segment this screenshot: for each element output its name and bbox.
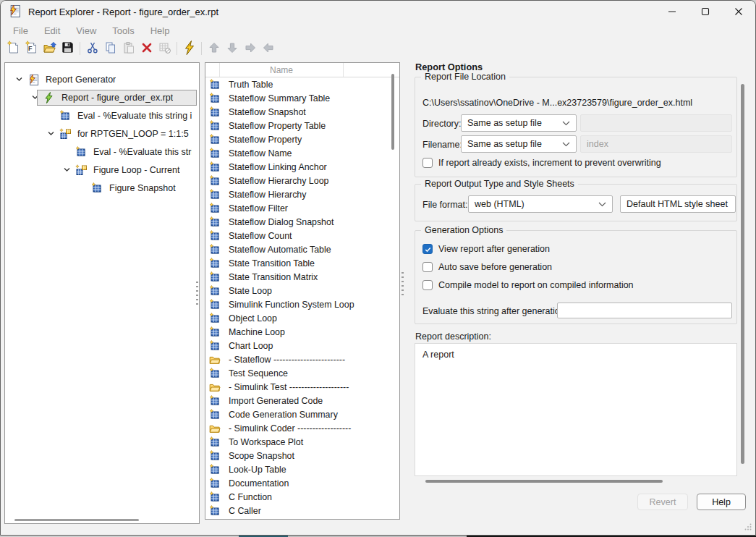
- options-vertical-scrollbar[interactable]: [741, 84, 744, 464]
- list-item[interactable]: Object Loop: [205, 311, 399, 325]
- tree-item[interactable]: Eval - %Evaluate this string in the bas: [5, 106, 199, 124]
- list-item[interactable]: Stateflow Filter: [205, 201, 399, 215]
- arrow-right-icon: [244, 41, 257, 56]
- new-form-button[interactable]: F: [22, 40, 41, 58]
- list-item[interactable]: Stateflow Property: [205, 132, 399, 146]
- list-item[interactable]: [205, 517, 399, 520]
- minimize-button[interactable]: [655, 1, 689, 22]
- generation-options-group: Generation Options View report after gen…: [415, 230, 737, 324]
- list-item[interactable]: Stateflow Dialog Snapshot: [205, 215, 399, 229]
- directory-select[interactable]: Same as setup file: [461, 114, 577, 132]
- filename-select[interactable]: Same as setup file: [461, 135, 577, 153]
- checkbox-label: Compile model to report on compiled info…: [438, 280, 634, 290]
- report-description-textarea[interactable]: A report: [415, 343, 737, 476]
- tree-item[interactable]: Figure Snapshot: [5, 179, 199, 197]
- tree-item[interactable]: Report - figure_order_ex.rpt: [5, 88, 199, 106]
- list-item[interactable]: Truth Table: [205, 77, 399, 91]
- list-item[interactable]: State Loop: [205, 284, 399, 297]
- list-item[interactable]: Machine Loop: [205, 325, 399, 339]
- list-item[interactable]: Chart Loop: [205, 339, 399, 352]
- help-button[interactable]: Help: [697, 494, 746, 510]
- list-item[interactable]: Import Generated Code: [205, 394, 399, 407]
- list-item[interactable]: - Stateflow ------------------------: [205, 352, 399, 366]
- list-item[interactable]: Stateflow Linking Anchor: [205, 160, 399, 174]
- list-item[interactable]: Test Sequence: [205, 366, 399, 380]
- generation-checkbox-row[interactable]: Auto save before generation: [422, 262, 552, 272]
- move-right-button[interactable]: [241, 40, 259, 58]
- copy-button[interactable]: [101, 40, 119, 58]
- tree-horizontal-scrollbar[interactable]: [14, 519, 139, 521]
- list-item[interactable]: Stateflow Snapshot: [205, 105, 399, 119]
- generation-checkbox-row[interactable]: View report after generation: [422, 244, 550, 254]
- style-sheet-select[interactable]: Default HTML style sheet: [620, 195, 736, 213]
- increment-checkbox[interactable]: [422, 158, 433, 168]
- list-item-label: - Simulink Test --------------------: [229, 382, 349, 392]
- list-item[interactable]: C Function: [205, 490, 399, 504]
- list-item[interactable]: Stateflow Automatic Table: [205, 242, 399, 256]
- move-up-button[interactable]: [205, 40, 223, 58]
- report-file-location-group: Report File Location C:\Users\ssatinov\O…: [415, 77, 737, 177]
- list-item[interactable]: Stateflow Name: [205, 146, 399, 160]
- menu-file[interactable]: File: [5, 25, 36, 36]
- component-icon: [209, 189, 221, 200]
- move-down-button[interactable]: [223, 40, 241, 58]
- move-left-button[interactable]: [259, 40, 277, 58]
- list-item[interactable]: Simulink Function System Loop: [205, 297, 399, 311]
- revert-button[interactable]: Revert: [637, 494, 688, 510]
- menu-help[interactable]: Help: [143, 25, 178, 36]
- tree-item[interactable]: Report Generator: [5, 70, 199, 88]
- checkbox[interactable]: [422, 262, 433, 272]
- left-splitter-handle[interactable]: [196, 282, 198, 305]
- list-item[interactable]: Stateflow Count: [205, 229, 399, 242]
- open-report-button[interactable]: [41, 40, 59, 58]
- right-splitter-handle[interactable]: [402, 272, 404, 295]
- save-report-button[interactable]: [59, 40, 77, 58]
- maximize-button[interactable]: [689, 1, 722, 22]
- list-item-label: Stateflow Hierarchy Loop: [229, 176, 328, 186]
- main-area: Report GeneratorReport - figure_order_ex…: [1, 59, 755, 535]
- list-item[interactable]: Stateflow Hierarchy: [205, 187, 399, 201]
- list-item[interactable]: C Caller: [205, 504, 399, 517]
- tree-item[interactable]: Eval - %Evaluate this string in the: [5, 143, 199, 161]
- menu-view[interactable]: View: [68, 25, 104, 36]
- list-item[interactable]: State Transition Table: [205, 256, 399, 270]
- table-disabled-button[interactable]: [156, 40, 174, 58]
- report-outline-tree: Report GeneratorReport - figure_order_ex…: [5, 63, 199, 197]
- list-item[interactable]: State Transition Matrix: [205, 270, 399, 284]
- generate-report-button[interactable]: [180, 40, 198, 58]
- resize-grip[interactable]: [744, 523, 752, 533]
- tree-item[interactable]: for RPTGEN_LOOP = 1:1:5: [5, 124, 199, 143]
- list-item[interactable]: Code Generation Summary: [205, 407, 399, 421]
- list-item[interactable]: Documentation: [205, 476, 399, 490]
- checkbox[interactable]: [422, 280, 433, 290]
- list-item-label: Import Generated Code: [229, 396, 323, 406]
- close-button[interactable]: [722, 1, 755, 22]
- list-vertical-scrollbar[interactable]: [391, 74, 394, 150]
- list-item-label: Stateflow Snapshot: [229, 107, 306, 117]
- name-column-header[interactable]: Name: [220, 63, 344, 77]
- menu-tools[interactable]: Tools: [104, 25, 142, 36]
- tree-item[interactable]: Figure Loop - Current: [5, 161, 199, 179]
- file-format-select[interactable]: web (HTML): [468, 195, 613, 213]
- generation-checkbox-row[interactable]: Compile model to report on compiled info…: [422, 280, 634, 290]
- paste-button[interactable]: [119, 40, 137, 58]
- increment-checkbox-row[interactable]: If report already exists, increment to p…: [422, 158, 661, 168]
- list-item[interactable]: To Workspace Plot: [205, 435, 399, 449]
- component-icon: [209, 436, 221, 448]
- list-item[interactable]: - Simulink Coder ------------------: [205, 421, 399, 435]
- list-item[interactable]: Stateflow Property Table: [205, 119, 399, 132]
- new-report-button[interactable]: [4, 40, 22, 58]
- checkbox[interactable]: [422, 244, 433, 254]
- menu-edit[interactable]: Edit: [36, 25, 68, 36]
- list-item[interactable]: Scope Snapshot: [205, 449, 399, 462]
- arrow-left-icon: [262, 41, 275, 56]
- list-item[interactable]: Stateflow Hierarchy Loop: [205, 174, 399, 187]
- delete-button[interactable]: [137, 40, 156, 58]
- cut-button[interactable]: [83, 40, 101, 58]
- list-item[interactable]: Look-Up Table: [205, 462, 399, 476]
- component-icon: [209, 395, 221, 407]
- options-horizontal-scrollbar[interactable]: [425, 480, 663, 483]
- evaluate-string-input[interactable]: [557, 303, 732, 318]
- list-item[interactable]: Stateflow Summary Table: [205, 91, 399, 105]
- list-item[interactable]: - Simulink Test --------------------: [205, 380, 399, 394]
